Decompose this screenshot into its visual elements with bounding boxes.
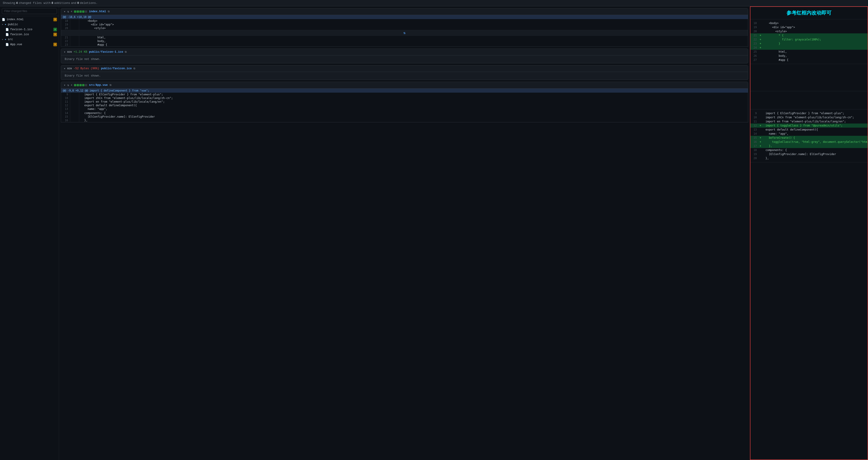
sidebar-item-label: favicon-1.ico [10,28,32,31]
copy-icon[interactable]: ⧉ [108,10,110,13]
line-number: 19 [61,23,70,26]
rp-linenum: 19 [750,152,758,156]
line-code: <body> [79,19,748,23]
sidebar: 📄 index.html M ▾ ▪ public 📄 favicon-1.ic… [0,6,59,460]
sidebar-item-public[interactable]: ▾ ▪ public [0,22,59,27]
rp-sign [758,50,762,54]
rp-linenum: 18 [750,148,758,152]
topbar-and-label: and [71,1,76,5]
line-number: 16 [61,119,70,122]
sidebar-item-favicon-ico[interactable]: 📄 favicon.ico M [0,32,59,37]
rp-code: <body> [762,21,868,25]
rp-linenum: 17 [750,144,758,148]
sidebar-item-app-vue[interactable]: 📄 App.vue M [0,42,59,47]
rp-linenum: 9 [750,111,758,115]
rp-line: 25 html, [750,50,868,54]
rp-line: 20 }, [750,156,868,160]
line-number-r [70,93,79,96]
copy-icon[interactable]: ⧉ [133,67,135,70]
rp-code: export default defineComponent({ [762,128,868,132]
rp-line-add: 22 + filter: grayscale(100%); [750,37,868,41]
line-number-r [70,100,79,103]
expand-label[interactable]: ⇅ [61,30,748,36]
right-section-index-html: 18 <body> 19 <div id="app"> 20 <style> [750,19,868,64]
rp-code: }, [762,156,868,160]
expand-button[interactable]: ⇅ [67,10,69,13]
diff-file-header: ▾ ⇅ 4 index.html ⧉ [61,8,748,15]
diff-line: 14 components: { [61,111,748,115]
diff-file-favicon-1-ico: ▾ BIN +1.24 KB public/favicon-1.ico ⧉ Bi… [61,49,748,63]
rp-line: 19 <div id="app"> [750,25,868,29]
rp-sign: + [758,37,762,41]
rp-sign [758,148,762,152]
diff-filename: src/App.vue [89,84,108,87]
sidebar-item-index-html[interactable]: 📄 index.html M [0,17,59,22]
collapse-button[interactable]: ▾ [64,50,66,54]
rp-sign [758,156,762,160]
line-number-r [70,115,79,119]
collapse-button[interactable]: ▾ [64,10,66,13]
stat-bar [74,10,87,13]
file-icon: 📄 [5,33,9,36]
stat-block-add [80,84,82,86]
rp-linenum: 10 [750,115,758,119]
line-code: body, [79,39,748,43]
line-number: 22 [61,39,70,43]
rp-line: 13 export default defineComponent({ [750,128,868,132]
stat-block-add [82,10,85,13]
rp-code: }, [762,144,868,148]
file-icon: 📄 [5,28,9,31]
diff-hunk-label: @@ -18,6 +18,10 @@ [61,15,748,19]
folder-icon: ▪ [4,38,6,41]
line-code: import zhCn from "element-plus/lib/local… [79,96,748,100]
diff-line: 13 name: "app", [61,107,748,111]
rp-linenum: 16 [750,140,758,144]
modified-badge: M [53,43,57,46]
rp-sign: + [758,41,762,45]
diff-filename: index.html [89,10,106,13]
sidebar-item-label: App.vue [10,43,22,46]
expand-button[interactable]: ⇅ [67,83,69,87]
rp-sign: + [758,33,762,37]
diff-line: 9 import { ElConfigProvider } from "elem… [61,93,748,96]
sidebar-tree: 📄 index.html M ▾ ▪ public 📄 favicon-1.ic… [0,16,59,460]
rp-code: [ElConfigProvider.name]: ElConfigProvide… [762,152,868,156]
rp-linenum: 25 [750,50,758,54]
diff-hunk-row: @@ -9,8 +9,12 @@ import { defineComponen… [61,89,748,93]
diff-file-favicon-ico: ▾ BIN -52 Bytes (96%) public/favicon.ico… [61,65,748,80]
rp-sign: + [758,136,762,140]
search-input[interactable] [2,8,57,14]
sidebar-item-src[interactable]: ▾ ▪ src [0,37,59,42]
sidebar-item-label: public [8,23,18,26]
line-number-r [70,19,79,23]
stat-block-neutral [85,10,87,13]
line-number: 20 [61,26,70,30]
rp-code: #app { [762,58,868,62]
rp-linenum: 22 [750,37,758,41]
right-panel: 参考红框内改动即可 18 <body> 19 <div id="app"> 20 [750,6,868,460]
sidebar-search[interactable] [0,6,59,16]
sidebar-item-favicon-1-ico[interactable]: 📄 favicon-1.ico A [0,27,59,32]
collapse-button[interactable]: ▾ [64,67,66,70]
copy-icon[interactable]: ⧉ [110,84,112,87]
rp-sign [758,132,762,136]
rp-sign: + [758,144,762,148]
rp-line-add: 24 + [750,45,868,50]
collapse-button[interactable]: ▾ [64,83,66,87]
rp-code: import zhCn from "element-plus/lib/local… [762,115,868,119]
chevron-down-icon: ▾ [2,23,3,26]
line-number: 21 [61,36,70,39]
line-code: <div id="app"> [79,23,748,26]
rp-linenum: 15 [750,136,758,140]
chevron-down-icon: ▾ [2,38,3,41]
rp-line: 18 components: { [750,148,868,152]
topbar-deletions-count: 0 [77,1,79,5]
rp-code: import { toggleClass } from "@pureadmin/… [762,124,868,128]
file-icon: 📄 [5,43,9,46]
rp-line-add: 12 + import { toggleClass } from "@purea… [750,124,868,128]
copy-icon[interactable]: ⧉ [125,51,127,53]
diff-expand-row[interactable]: ⇅ [61,30,748,36]
right-panel-content: 18 <body> 19 <div id="app"> 20 <style> [750,19,868,162]
rp-line-add: 23 + } [750,41,868,45]
rp-sign [758,128,762,132]
